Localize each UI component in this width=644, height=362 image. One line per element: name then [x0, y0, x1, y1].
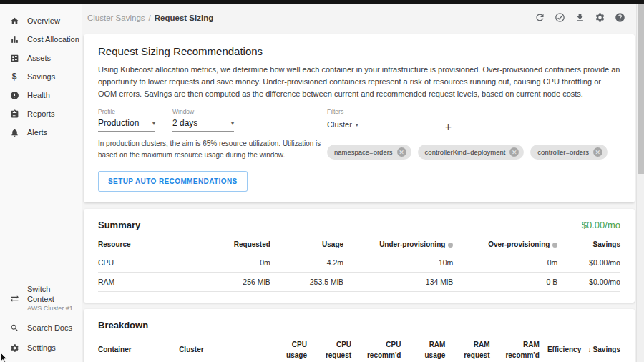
search-icon	[9, 323, 19, 333]
profile-select[interactable]: Production ▾	[98, 118, 155, 132]
sidebar-item-label: Overview	[27, 16, 60, 25]
breadcrumb-separator: /	[149, 14, 151, 22]
cell-over-provisioning: 0 B	[453, 278, 557, 286]
column-header-ram-recommended[interactable]: RAMrecomm'd	[489, 340, 539, 361]
sidebar: Overview Cost Allocation Assets $ Saving…	[0, 4, 82, 362]
profile-window-controls: Profile Production ▾ Window 2 days ▾	[98, 108, 321, 192]
main-area: Cluster Savings / Request Sizing R	[82, 4, 644, 362]
sidebar-item-search-docs[interactable]: Search Docs	[0, 318, 82, 338]
column-header-label: Container	[98, 345, 179, 356]
filter-chip[interactable]: controller=orders ✕	[530, 145, 608, 160]
cell-savings: $0.00/mo	[557, 258, 620, 267]
column-header-label: Over-provisioning	[488, 240, 550, 248]
column-header-usage: Usage	[270, 240, 343, 248]
cell-savings: $0.00/mo	[557, 278, 620, 286]
filter-chip-label: controllerKind=deployment	[425, 148, 506, 156]
add-filter-icon[interactable]: +	[445, 122, 452, 132]
chip-remove-icon[interactable]: ✕	[397, 147, 406, 157]
breadcrumb-parent[interactable]: Cluster Savings	[87, 14, 145, 22]
sidebar-item-switch-context[interactable]: Switch Context AWS Cluster #1	[0, 280, 82, 318]
setup-auto-recommendations-button[interactable]: SETUP AUTO RECOMMENDATIONS	[98, 171, 248, 192]
cell-resource: CPU	[98, 258, 171, 267]
column-header-efficiency[interactable]: Efficiency	[540, 340, 581, 361]
vertical-scrollbar	[636, 4, 644, 362]
column-header-requested: Requested	[171, 240, 270, 248]
health-icon	[9, 90, 19, 100]
column-header-savings: Savings	[557, 240, 620, 248]
app-bar: Cluster Savings / Request Sizing	[82, 4, 644, 31]
column-header-cluster: Cluster	[179, 340, 263, 361]
summary-header-row: Resource Requested Usage Under-provision…	[98, 236, 620, 253]
filter-chip-label: namespace=orders	[334, 148, 393, 156]
assets-icon	[9, 53, 19, 63]
chip-remove-icon[interactable]: ✕	[593, 147, 602, 157]
mouse-cursor	[0, 353, 9, 362]
gear-icon[interactable]	[594, 12, 605, 24]
filter-field-select[interactable]: Cluster ▾	[327, 120, 358, 132]
info-icon[interactable]	[552, 243, 557, 248]
download-icon[interactable]	[574, 12, 585, 24]
sidebar-item-assets[interactable]: Assets	[0, 49, 82, 67]
column-header-label: Under-provisioning	[379, 240, 445, 248]
switch-context-label: Switch Context	[27, 285, 79, 305]
column-header-cpu-usage[interactable]: CPUusage	[263, 340, 307, 361]
check-circle-icon[interactable]	[554, 12, 565, 24]
window-top-strip	[0, 0, 644, 4]
sidebar-item-label: Search Docs	[27, 323, 72, 332]
column-header-cpu-recommended[interactable]: CPUrecomm'd	[351, 340, 401, 361]
sidebar-item-settings[interactable]: Settings	[0, 338, 82, 358]
breadcrumb-current: Request Sizing	[155, 14, 213, 22]
help-icon[interactable]	[614, 12, 625, 24]
breakdown-card: Breakdown Container Cluster CPUusage CPU…	[84, 309, 635, 362]
column-header-container: Container	[98, 340, 179, 361]
filter-field-value: Cluster	[327, 120, 352, 129]
cell-under-provisioning: 10m	[343, 258, 453, 267]
appbar-actions	[534, 12, 625, 24]
page-content: Request Sizing Recommendations Using Kub…	[84, 34, 635, 362]
home-icon	[9, 16, 19, 26]
cell-usage: 4.2m	[270, 258, 343, 267]
profile-value: Production	[98, 118, 139, 128]
filter-chip[interactable]: namespace=orders ✕	[327, 145, 411, 160]
column-header-savings-sorted[interactable]: ↓Savings	[581, 340, 620, 361]
window-select[interactable]: 2 days ▾	[172, 118, 234, 132]
column-header-cpu-request[interactable]: CPUrequest	[307, 340, 351, 361]
page-description: Using Kubecost allocation metrics, we de…	[98, 64, 620, 100]
page-title: Request Sizing Recommendations	[98, 45, 620, 57]
filter-chip[interactable]: controllerKind=deployment ✕	[418, 145, 525, 160]
breakdown-title: Breakdown	[98, 320, 620, 331]
chip-remove-icon[interactable]: ✕	[509, 147, 519, 157]
scrollbar-thumb[interactable]	[638, 4, 644, 174]
sidebar-item-label: Health	[27, 91, 50, 99]
cell-usage: 253.5 MiB	[270, 278, 343, 286]
info-icon[interactable]	[448, 243, 453, 248]
cell-requested: 256 MiB	[171, 278, 270, 286]
current-cluster-label: AWS Cluster #1	[27, 305, 79, 313]
sidebar-item-alerts[interactable]: Alerts	[0, 123, 82, 142]
sidebar-nav: Overview Cost Allocation Assets $ Saving…	[0, 11, 82, 142]
sidebar-item-reports[interactable]: Reports	[0, 104, 82, 123]
column-header-ram-request[interactable]: RAMrequest	[445, 340, 489, 361]
sidebar-item-health[interactable]: Health	[0, 86, 82, 104]
window-label: Window	[172, 108, 234, 115]
filters-section: Filters Cluster ▾ + namespace=orders ✕	[327, 108, 620, 192]
chevron-down-icon: ▾	[152, 120, 155, 127]
breadcrumb: Cluster Savings / Request Sizing	[87, 14, 213, 22]
column-header-resource: Resource	[98, 240, 171, 248]
cell-resource: RAM	[98, 278, 171, 286]
chevron-down-icon: ▾	[231, 120, 234, 127]
filters-label: Filters	[327, 108, 620, 115]
column-header-ram-usage[interactable]: RAMusage	[401, 340, 445, 361]
refresh-icon[interactable]	[534, 12, 545, 24]
sidebar-item-savings[interactable]: $ Savings	[0, 67, 82, 86]
column-header-under-provisioning: Under-provisioning	[343, 240, 453, 248]
profile-label: Profile	[98, 108, 155, 115]
filter-chips: namespace=orders ✕ controllerKind=deploy…	[327, 145, 620, 160]
filter-value-input[interactable]	[369, 120, 433, 132]
request-sizing-card: Request Sizing Recommendations Using Kub…	[84, 34, 635, 202]
total-savings-value: $0.00/mo	[582, 220, 620, 230]
bar-chart-icon	[9, 34, 19, 44]
sidebar-item-cost-allocation[interactable]: Cost Allocation	[0, 30, 82, 49]
sidebar-item-overview[interactable]: Overview	[0, 11, 82, 30]
chevron-down-icon: ▾	[356, 122, 358, 128]
